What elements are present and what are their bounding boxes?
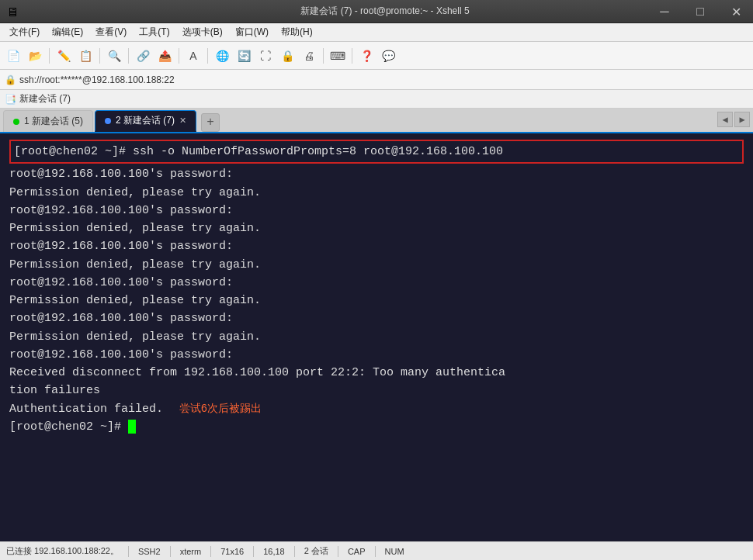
toolbar-print[interactable]: 🖨 — [299, 46, 319, 66]
status-sep-4 — [253, 546, 254, 557]
window-controls: ─ □ ✕ — [647, 0, 753, 22]
toolbar-transfer[interactable]: 📤 — [154, 46, 175, 66]
status-sep-2 — [170, 546, 171, 557]
output-line-1: root@192.168.100.100's password: — [9, 165, 744, 183]
app-icon: 🖥 — [6, 5, 19, 18]
bookmark-icon: 📑 — [5, 94, 16, 105]
status-dimensions: 71x16 — [220, 547, 244, 556]
main-content: 文件(F) 编辑(E) 查看(V) 工具(T) 选项卡(B) 窗口(W) 帮助(… — [0, 23, 753, 560]
tab-nav-right[interactable]: ▶ — [734, 112, 750, 127]
terminal-wrapper[interactable]: [root@chen02 ~]# ssh -o NumberOfPassword… — [0, 133, 753, 541]
prompt-text: [root@chen02 ~]# — [9, 418, 128, 436]
toolbar-paste[interactable]: 📋 — [75, 46, 95, 66]
toolbar-sep-2 — [99, 48, 100, 64]
tab-2-close[interactable]: ✕ — [179, 116, 186, 126]
toolbar-sftp2[interactable]: 🔄 — [234, 46, 254, 66]
terminal-content: [root@chen02 ~]# ssh -o NumberOfPassword… — [9, 140, 744, 436]
maximize-button[interactable]: □ — [683, 0, 717, 23]
toolbar-cmd[interactable]: ⌨ — [328, 46, 348, 66]
output-line-14: Authentication failed. — [9, 400, 170, 418]
title-bar: 🖥 新建会话 (7) - root@promote:~ - Xshell 5 ─… — [0, 0, 753, 23]
toolbar-sep-6 — [323, 48, 324, 64]
menu-edit[interactable]: 编辑(E) — [46, 24, 89, 40]
bookmark-text: 新建会话 (7) — [19, 92, 71, 105]
toolbar-sep-7 — [352, 48, 352, 64]
toolbar-connect[interactable]: 🔗 — [133, 46, 153, 66]
tab-nav-left[interactable]: ◀ — [717, 112, 733, 127]
menu-file[interactable]: 文件(F) — [3, 24, 46, 40]
status-sep-3 — [210, 546, 211, 557]
address-text: ssh://root:******@192.168.100.188:22 — [19, 74, 175, 85]
toolbar-lock[interactable]: 🔒 — [277, 46, 297, 66]
tab-1-dot — [13, 119, 19, 125]
menu-view[interactable]: 查看(V) — [89, 24, 133, 40]
tab-2[interactable]: 2 新建会话 (7) ✕ — [95, 110, 196, 132]
close-button[interactable]: ✕ — [719, 0, 753, 23]
output-line-8: Permission denied, please try again. — [9, 292, 744, 309]
status-sep-7 — [375, 546, 376, 557]
tabs-bar: 1 新建会话 (5) 2 新建会话 (7) ✕ + ◀ ▶ — [0, 109, 753, 133]
tab-1[interactable]: 1 新建会话 (5) — [3, 110, 93, 132]
toolbar-chat[interactable]: 💬 — [378, 46, 398, 66]
toolbar-sftp[interactable]: 🌐 — [212, 46, 232, 66]
status-sep-1 — [128, 546, 129, 557]
status-terminal: xterm — [180, 547, 202, 556]
output-line-7: root@192.168.100.100's password: — [9, 274, 744, 292]
output-line-12: Received disconnect from 192.168.100.100… — [9, 364, 744, 382]
menu-tabs[interactable]: 选项卡(B) — [176, 24, 229, 40]
menu-tools[interactable]: 工具(T) — [133, 24, 175, 40]
toolbar-sep-5 — [207, 48, 208, 64]
toolbar-sep-1 — [49, 48, 50, 64]
toolbar-help[interactable]: ❓ — [356, 46, 376, 66]
status-position: 16,18 — [263, 547, 285, 556]
output-line-4: Permission denied, please try again. — [9, 220, 744, 237]
toolbar-font[interactable]: A — [183, 46, 203, 66]
output-line-2: Permission denied, please try again. — [9, 184, 744, 202]
tab-2-dot — [105, 118, 111, 124]
output-line-3: root@192.168.100.100's password: — [9, 202, 744, 220]
tab-2-label: 2 新建会话 (7) — [116, 114, 175, 127]
output-line-6: Permission denied, please try again. — [9, 256, 744, 274]
status-protocol: SSH2 — [138, 547, 161, 556]
menu-bar: 文件(F) 编辑(E) 查看(V) 工具(T) 选项卡(B) 窗口(W) 帮助(… — [0, 23, 753, 42]
toolbar-sep-4 — [179, 48, 179, 64]
status-connection: 已连接 192.168.100.188:22。 — [6, 545, 119, 557]
address-bar: 🔒 ssh://root:******@192.168.100.188:22 — [0, 70, 753, 90]
status-bar: 已连接 192.168.100.188:22。 SSH2 xterm 71x16… — [0, 541, 753, 560]
output-line-10: Permission denied, please try again. — [9, 328, 744, 346]
tab-nav: ◀ ▶ — [717, 112, 750, 127]
toolbar: 📄 📂 ✏️ 📋 🔍 🔗 📤 A 🌐 🔄 ⛶ 🔒 🖨 ⌨ ❓ 💬 — [0, 42, 753, 70]
toolbar-open[interactable]: 📂 — [25, 46, 45, 66]
output-line-11: root@192.168.100.100's password: — [9, 346, 744, 364]
auth-failed-line: Authentication failed. 尝试6次后被踢出 — [9, 400, 744, 418]
status-sessions: 2 会话 — [304, 545, 328, 557]
cursor — [128, 420, 136, 434]
status-num: NUM — [385, 547, 404, 556]
bookmark-bar: 📑 新建会话 (7) — [0, 90, 753, 109]
toolbar-search[interactable]: 🔍 — [104, 46, 124, 66]
toolbar-script[interactable]: ✏️ — [54, 46, 74, 66]
status-sep-5 — [294, 546, 295, 557]
terminal[interactable]: [root@chen02 ~]# ssh -o NumberOfPassword… — [0, 133, 753, 442]
output-line-5: root@192.168.100.100's password: — [9, 237, 744, 255]
window-title: 新建会话 (7) - root@promote:~ - Xshell 5 — [23, 5, 747, 18]
prompt-line: [root@chen02 ~]# — [9, 418, 744, 436]
minimize-button[interactable]: ─ — [647, 0, 682, 23]
tab-add-button[interactable]: + — [201, 113, 220, 132]
output-line-9: root@192.168.100.100's password: — [9, 309, 744, 327]
orange-annotation: 尝试6次后被踢出 — [179, 400, 262, 417]
menu-help[interactable]: 帮助(H) — [275, 24, 319, 40]
tab-1-label: 1 新建会话 (5) — [24, 115, 83, 128]
menu-window[interactable]: 窗口(W) — [229, 24, 275, 40]
status-sep-6 — [338, 546, 338, 557]
output-line-13: tion failures — [9, 382, 744, 399]
toolbar-new[interactable]: 📄 — [3, 46, 23, 66]
command-highlight-box: [root@chen02 ~]# ssh -o NumberOfPassword… — [9, 140, 744, 164]
lock-icon: 🔒 — [5, 74, 16, 85]
toolbar-fullscreen[interactable]: ⛶ — [255, 46, 276, 66]
command-line: [root@chen02 ~]# ssh -o NumberOfPassword… — [14, 143, 739, 161]
status-caps: CAP — [348, 547, 366, 556]
toolbar-sep-3 — [128, 48, 129, 64]
